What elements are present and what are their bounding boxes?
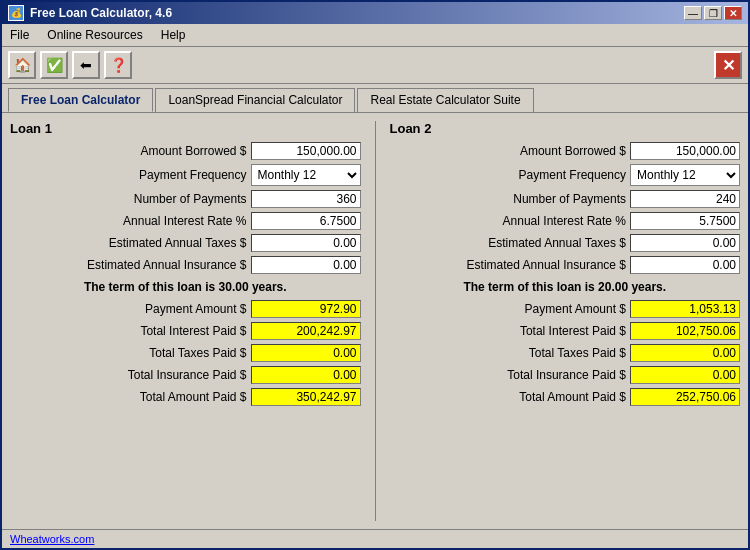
- restore-button[interactable]: ❐: [704, 6, 722, 20]
- loan1-payments-row: Number of Payments: [10, 190, 361, 208]
- menu-bar: File Online Resources Help: [2, 24, 748, 47]
- title-bar: 💰 Free Loan Calculator, 4.6 — ❐ ✕: [2, 2, 748, 24]
- loan1-amount-row: Amount Borrowed $: [10, 142, 361, 160]
- loan2-total-interest-row: Total Interest Paid $: [390, 322, 741, 340]
- loan1-payment-amount-input[interactable]: [251, 300, 361, 318]
- loan2-term-text: The term of this loan is 20.00 years.: [390, 280, 741, 294]
- window-title: Free Loan Calculator, 4.6: [30, 6, 172, 20]
- loan1-total-amount-input[interactable]: [251, 388, 361, 406]
- loan2-payment-amount-label: Payment Amount $: [390, 302, 627, 316]
- title-buttons: — ❐ ✕: [684, 6, 742, 20]
- loan2-total-interest-label: Total Interest Paid $: [390, 324, 627, 338]
- loan1-amount-label: Amount Borrowed $: [10, 144, 247, 158]
- loan2-total-taxes-row: Total Taxes Paid $: [390, 344, 741, 362]
- menu-help[interactable]: Help: [157, 26, 190, 44]
- tab-loanspread[interactable]: LoanSpread Financial Calculator: [155, 88, 355, 112]
- loan2-total-amount-row: Total Amount Paid $: [390, 388, 741, 406]
- loan1-total-taxes-label: Total Taxes Paid $: [10, 346, 247, 360]
- loan2-title: Loan 2: [390, 121, 741, 136]
- loan2-total-insurance-row: Total Insurance Paid $: [390, 366, 741, 384]
- loan1-payments-input[interactable]: [251, 190, 361, 208]
- loan1-interest-row: Annual Interest Rate %: [10, 212, 361, 230]
- close-button[interactable]: ✕: [724, 6, 742, 20]
- loan1-taxes-label: Estimated Annual Taxes $: [10, 236, 247, 250]
- loan2-frequency-select[interactable]: Monthly 12 Bi-Weekly 26 Weekly 52 Semi-M…: [630, 164, 740, 186]
- loan1-frequency-row: Payment Frequency Monthly 12 Bi-Weekly 2…: [10, 164, 361, 186]
- loan1-panel: Loan 1 Amount Borrowed $ Payment Frequen…: [10, 121, 361, 521]
- loan1-insurance-label: Estimated Annual Insurance $: [10, 258, 247, 272]
- loan1-term-text: The term of this loan is 30.00 years.: [10, 280, 361, 294]
- menu-file[interactable]: File: [6, 26, 33, 44]
- loan1-total-insurance-label: Total Insurance Paid $: [10, 368, 247, 382]
- toolbar: 🏠 ✅ ⬅ ❓ ✕: [2, 47, 748, 84]
- loan1-total-amount-row: Total Amount Paid $: [10, 388, 361, 406]
- loan1-amount-input[interactable]: [251, 142, 361, 160]
- loan2-taxes-label: Estimated Annual Taxes $: [390, 236, 627, 250]
- loan2-amount-label: Amount Borrowed $: [390, 144, 627, 158]
- loan2-payments-label: Number of Payments: [390, 192, 627, 206]
- loan1-interest-label: Annual Interest Rate %: [10, 214, 247, 228]
- loan2-interest-input[interactable]: [630, 212, 740, 230]
- loan1-insurance-input[interactable]: [251, 256, 361, 274]
- loan2-payments-input[interactable]: [630, 190, 740, 208]
- loan1-taxes-row: Estimated Annual Taxes $: [10, 234, 361, 252]
- loan2-total-taxes-input[interactable]: [630, 344, 740, 362]
- loan2-panel: Loan 2 Amount Borrowed $ Payment Frequen…: [390, 121, 741, 521]
- loan1-total-taxes-input[interactable]: [251, 344, 361, 362]
- loan2-insurance-label: Estimated Annual Insurance $: [390, 258, 627, 272]
- loan2-total-insurance-input[interactable]: [630, 366, 740, 384]
- loan1-frequency-label: Payment Frequency: [10, 168, 247, 182]
- loan1-total-amount-label: Total Amount Paid $: [10, 390, 247, 404]
- loan1-interest-input[interactable]: [251, 212, 361, 230]
- loan2-total-insurance-label: Total Insurance Paid $: [390, 368, 627, 382]
- loan2-total-interest-input[interactable]: [630, 322, 740, 340]
- loan1-total-interest-input[interactable]: [251, 322, 361, 340]
- loan2-interest-row: Annual Interest Rate %: [390, 212, 741, 230]
- toolbar-close-button[interactable]: ✕: [714, 51, 742, 79]
- loan2-payment-amount-input[interactable]: [630, 300, 740, 318]
- main-content: Loan 1 Amount Borrowed $ Payment Frequen…: [2, 112, 748, 529]
- loan1-taxes-input[interactable]: [251, 234, 361, 252]
- loan2-insurance-input[interactable]: [630, 256, 740, 274]
- loan2-taxes-row: Estimated Annual Taxes $: [390, 234, 741, 252]
- loan2-taxes-input[interactable]: [630, 234, 740, 252]
- loan1-total-interest-label: Total Interest Paid $: [10, 324, 247, 338]
- loan2-total-amount-input[interactable]: [630, 388, 740, 406]
- loan2-amount-row: Amount Borrowed $: [390, 142, 741, 160]
- app-icon: 💰: [8, 5, 24, 21]
- minimize-button[interactable]: —: [684, 6, 702, 20]
- panel-divider: [375, 121, 376, 521]
- footer-link[interactable]: Wheatworks.com: [10, 533, 94, 545]
- tab-real-estate[interactable]: Real Estate Calculator Suite: [357, 88, 533, 112]
- loan1-total-insurance-input[interactable]: [251, 366, 361, 384]
- toolbar-home-button[interactable]: 🏠: [8, 51, 36, 79]
- loan1-title: Loan 1: [10, 121, 361, 136]
- toolbar-back-button[interactable]: ⬅: [72, 51, 100, 79]
- loan1-payments-label: Number of Payments: [10, 192, 247, 206]
- loan2-interest-label: Annual Interest Rate %: [390, 214, 627, 228]
- main-window: 💰 Free Loan Calculator, 4.6 — ❐ ✕ File O…: [0, 0, 750, 550]
- loan1-insurance-row: Estimated Annual Insurance $: [10, 256, 361, 274]
- loan2-frequency-row: Payment Frequency Monthly 12 Bi-Weekly 2…: [390, 164, 741, 186]
- menu-online-resources[interactable]: Online Resources: [43, 26, 146, 44]
- loan2-frequency-label: Payment Frequency: [390, 168, 627, 182]
- loan2-amount-input[interactable]: [630, 142, 740, 160]
- loan1-total-insurance-row: Total Insurance Paid $: [10, 366, 361, 384]
- loan2-total-amount-label: Total Amount Paid $: [390, 390, 627, 404]
- toolbar-check-button[interactable]: ✅: [40, 51, 68, 79]
- loan2-insurance-row: Estimated Annual Insurance $: [390, 256, 741, 274]
- loan1-payment-amount-label: Payment Amount $: [10, 302, 247, 316]
- loan1-total-interest-row: Total Interest Paid $: [10, 322, 361, 340]
- tab-bar: Free Loan Calculator LoanSpread Financia…: [2, 84, 748, 112]
- loan1-frequency-select[interactable]: Monthly 12 Bi-Weekly 26 Weekly 52 Semi-M…: [251, 164, 361, 186]
- loan2-total-taxes-label: Total Taxes Paid $: [390, 346, 627, 360]
- toolbar-help-button[interactable]: ❓: [104, 51, 132, 79]
- loan2-payments-row: Number of Payments: [390, 190, 741, 208]
- loan1-total-taxes-row: Total Taxes Paid $: [10, 344, 361, 362]
- loan1-payment-amount-row: Payment Amount $: [10, 300, 361, 318]
- tab-free-loan-calculator[interactable]: Free Loan Calculator: [8, 88, 153, 112]
- footer: Wheatworks.com: [2, 529, 748, 548]
- loan2-payment-amount-row: Payment Amount $: [390, 300, 741, 318]
